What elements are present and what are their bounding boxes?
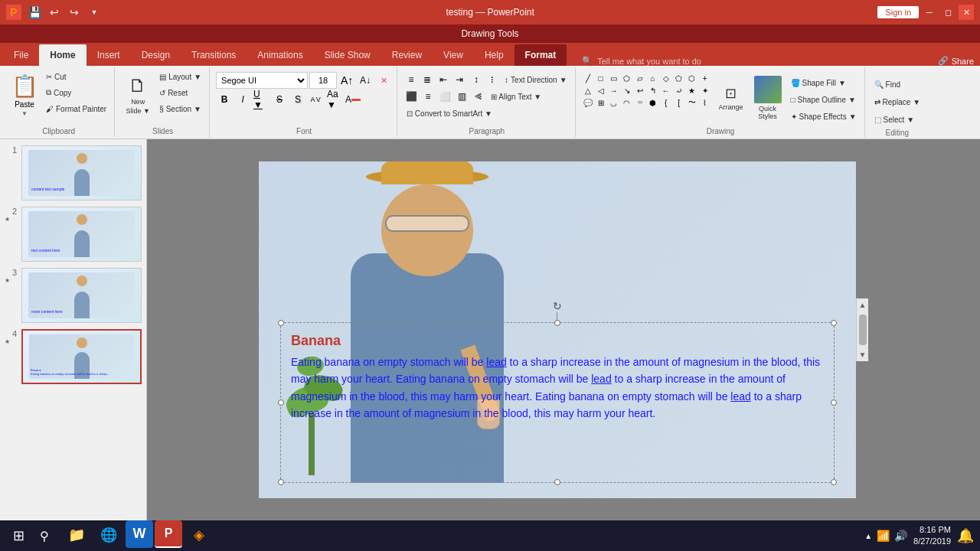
shape-diamond[interactable]: ◇ (660, 72, 672, 84)
customize-qat-button[interactable]: ▼ (86, 4, 103, 21)
taskbar-unknown-app[interactable]: ◈ (184, 520, 214, 551)
minimize-button[interactable]: ─ (922, 5, 937, 20)
increase-font-size-button[interactable]: A↑ (338, 72, 355, 89)
vertical-scrollbar[interactable]: ▲ ▼ (856, 298, 868, 361)
strikethrough-button[interactable]: S (271, 91, 288, 108)
font-size-input[interactable] (309, 72, 337, 89)
shape-more[interactable]: + (699, 72, 711, 84)
rotate-handle[interactable]: ↻ (551, 300, 564, 312)
shape-star2[interactable]: ✦ (699, 84, 711, 96)
undo-button[interactable]: ↩ (46, 4, 63, 21)
shape-callout[interactable]: 💬 (582, 96, 594, 109)
shape-cloud-callout[interactable]: ⊞ (595, 96, 607, 109)
cols-button[interactable]: ⫶ (485, 72, 500, 87)
tab-file[interactable]: File (3, 44, 39, 66)
shape-effects-button[interactable]: ✦ Shape Effects ▼ (788, 109, 860, 124)
select-button[interactable]: ⬚ Select ▼ (871, 112, 924, 127)
shape-hexagon[interactable]: ⬡ (686, 72, 698, 84)
taskbar-powerpoint[interactable]: P (155, 520, 182, 548)
decrease-indent-button[interactable]: ⇤ (436, 72, 451, 87)
start-button[interactable]: ⊞ (6, 523, 31, 548)
shape-u-turn[interactable]: ↰ (647, 84, 659, 96)
slide-thumb-2[interactable]: 2 ★ text content here (5, 207, 142, 262)
shape-rect[interactable]: □ (595, 72, 607, 84)
font-color-button[interactable]: A (345, 91, 361, 108)
find-button[interactable]: 🔍 Find (871, 77, 924, 92)
clock[interactable]: 8:16 PM 8/27/2019 (913, 524, 951, 548)
tab-insert[interactable]: Insert (87, 44, 131, 66)
handle-top-right[interactable] (831, 320, 837, 326)
slide-thumb-3[interactable]: 3 ★ more content here (5, 268, 142, 323)
align-left-button[interactable]: ⬛ (403, 89, 419, 104)
taskbar-edge[interactable]: 🌐 (93, 520, 124, 551)
tab-view[interactable]: View (433, 44, 474, 66)
shape-triangle[interactable]: △ (582, 84, 594, 96)
copy-button[interactable]: ⧉ Copy (43, 85, 109, 100)
change-case-button[interactable]: Aa ▼ (326, 91, 343, 108)
shape-left-arrow[interactable]: ← (660, 84, 672, 96)
slide-preview-1[interactable]: content text sample (21, 145, 142, 201)
slide-preview-4[interactable]: BananaEating banana on empty stomach wil… (21, 329, 142, 384)
new-slide-button[interactable]: 🗋 New Slide ▼ (121, 69, 155, 121)
reset-button[interactable]: ↺ Reset (156, 85, 204, 100)
format-painter-button[interactable]: 🖌 Format Painter (43, 101, 109, 116)
line-spacing-button[interactable]: ↕ (469, 72, 484, 87)
arrange-button[interactable]: ⊡ Arrange (714, 72, 748, 124)
clear-formatting-button[interactable]: ✕ (375, 72, 392, 89)
shape-arrow[interactable]: → (608, 84, 620, 96)
text-direction-button[interactable]: ↕ Text Direction ▼ (501, 72, 570, 87)
shape-bracket[interactable]: [ (673, 96, 685, 109)
notification-button[interactable]: 🔔 (957, 527, 974, 544)
shape-parallelogram[interactable]: ▱ (634, 72, 646, 84)
replace-button[interactable]: ⇄ Replace ▼ (871, 94, 924, 109)
tab-animations[interactable]: Animations (247, 44, 313, 66)
shape-rounded-rect[interactable]: ▭ (608, 72, 620, 84)
italic-button[interactable]: I (234, 91, 251, 108)
scroll-up-button[interactable]: ▲ (857, 298, 869, 311)
handle-bottom-middle[interactable] (554, 479, 560, 485)
shape-curved2[interactable]: ⤾ (673, 84, 685, 96)
search-button[interactable]: ⚲ (34, 525, 55, 546)
shape-outline-button[interactable]: □ Shape Outline ▼ (788, 92, 860, 107)
shape-arrow2[interactable]: ↘ (621, 84, 633, 96)
save-button[interactable]: 💾 (26, 4, 43, 21)
quick-styles-button[interactable]: QuickStyles (751, 72, 785, 124)
shape-trapezoid[interactable]: ⌂ (647, 72, 659, 84)
shape-pentagon[interactable]: ⬠ (673, 72, 685, 84)
layout-button[interactable]: ▤ Layout ▼ (156, 69, 204, 84)
shape-brace[interactable]: { (660, 96, 672, 109)
handle-top-left[interactable] (278, 320, 284, 326)
slide-preview-3[interactable]: more content here (21, 268, 142, 323)
slide-thumb-1[interactable]: 1 content text sample (5, 145, 142, 201)
bold-button[interactable]: B (216, 91, 233, 108)
cut-button[interactable]: ✂ Cut (43, 69, 109, 84)
increase-indent-button[interactable]: ⇥ (452, 72, 467, 87)
shape-star[interactable]: ★ (686, 84, 698, 96)
numbered-list-button[interactable]: ≣ (420, 72, 435, 87)
underline-button[interactable]: U ▼ (253, 91, 270, 108)
char-spacing-button[interactable]: AV (308, 91, 325, 108)
col-align-button[interactable]: ⫷ (471, 89, 486, 104)
tab-transitions[interactable]: Transitions (181, 44, 247, 66)
decrease-font-size-button[interactable]: A↓ (357, 72, 374, 89)
slide-preview-2[interactable]: text content here (21, 207, 142, 262)
shape-wave[interactable]: 〜 (686, 96, 698, 109)
convert-smartart-button[interactable]: ⊡ Convert to SmartArt ▼ (403, 106, 495, 121)
shape-snip[interactable]: ⬠ (621, 72, 633, 84)
slide-title[interactable]: Banana (291, 333, 824, 349)
shadow-button[interactable]: S (289, 91, 306, 108)
section-button[interactable]: § Section ▼ (156, 101, 204, 116)
slide-canvas[interactable]: ↻ Banana Eating banana on empty stomach … (259, 161, 856, 498)
redo-button[interactable]: ↪ (66, 4, 83, 21)
taskbar-file-explorer[interactable]: 📁 (61, 520, 92, 551)
paste-button[interactable]: 📋 Paste ▼ (8, 69, 41, 121)
shape-curved-arrow[interactable]: ↩ (634, 84, 646, 96)
share-button[interactable]: 🔗 Share (938, 56, 980, 66)
handle-bottom-right[interactable] (831, 479, 837, 485)
justify-button[interactable]: ▥ (454, 89, 469, 104)
shape-fill-button[interactable]: 🪣 Shape Fill ▼ (788, 75, 860, 90)
shape-frame[interactable]: ⬢ (647, 96, 659, 109)
shape-chord[interactable]: ◠ (621, 96, 633, 109)
align-right-button[interactable]: ⬜ (437, 89, 452, 104)
handle-bottom-left[interactable] (278, 479, 284, 485)
